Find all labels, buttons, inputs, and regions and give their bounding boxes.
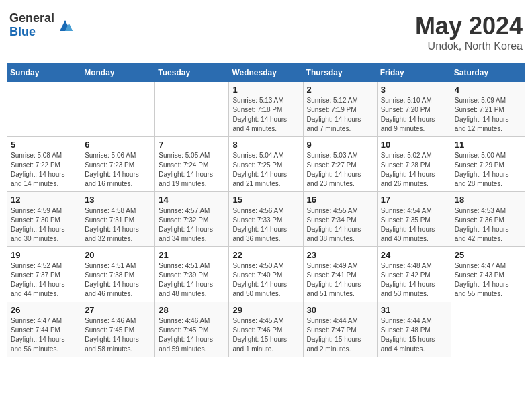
logo: General Blue: [9, 12, 73, 39]
day-number: 21: [159, 250, 225, 260]
calendar-cell: 18Sunrise: 4:53 AM Sunset: 7:36 PM Dayli…: [451, 192, 525, 247]
weekday-header-friday: Friday: [377, 64, 451, 82]
day-info: Sunrise: 4:55 AM Sunset: 7:34 PM Dayligh…: [307, 206, 373, 244]
day-info: Sunrise: 5:10 AM Sunset: 7:20 PM Dayligh…: [381, 96, 447, 134]
day-number: 16: [307, 195, 373, 205]
calendar-cell: 9Sunrise: 5:03 AM Sunset: 7:27 PM Daylig…: [303, 137, 377, 192]
day-number: 25: [455, 250, 521, 260]
calendar-cell: 25Sunrise: 4:47 AM Sunset: 7:43 PM Dayli…: [451, 247, 525, 302]
calendar-cell: [7, 82, 81, 137]
day-info: Sunrise: 5:02 AM Sunset: 7:28 PM Dayligh…: [381, 151, 447, 189]
weekday-header-sunday: Sunday: [7, 64, 81, 82]
day-info: Sunrise: 4:46 AM Sunset: 7:45 PM Dayligh…: [85, 316, 151, 354]
day-number: 17: [381, 195, 447, 205]
calendar-cell: 23Sunrise: 4:49 AM Sunset: 7:41 PM Dayli…: [303, 247, 377, 302]
weekday-header-row: SundayMondayTuesdayWednesdayThursdayFrid…: [7, 64, 525, 82]
day-number: 6: [85, 140, 151, 150]
calendar-cell: 1Sunrise: 5:13 AM Sunset: 7:18 PM Daylig…: [229, 82, 303, 137]
calendar-cell: 11Sunrise: 5:00 AM Sunset: 7:29 PM Dayli…: [451, 137, 525, 192]
calendar-cell: 16Sunrise: 4:55 AM Sunset: 7:34 PM Dayli…: [303, 192, 377, 247]
calendar-cell: 12Sunrise: 4:59 AM Sunset: 7:30 PM Dayli…: [7, 192, 81, 247]
calendar-cell: 26Sunrise: 4:47 AM Sunset: 7:44 PM Dayli…: [7, 302, 81, 357]
day-number: 10: [381, 140, 447, 150]
day-info: Sunrise: 4:51 AM Sunset: 7:38 PM Dayligh…: [85, 261, 151, 299]
day-number: 14: [159, 195, 225, 205]
day-info: Sunrise: 4:54 AM Sunset: 7:35 PM Dayligh…: [381, 206, 447, 244]
day-info: Sunrise: 4:51 AM Sunset: 7:39 PM Dayligh…: [159, 261, 225, 299]
day-number: 18: [455, 195, 521, 205]
calendar-cell: [451, 302, 525, 357]
calendar-cell: 24Sunrise: 4:48 AM Sunset: 7:42 PM Dayli…: [377, 247, 451, 302]
day-number: 26: [11, 305, 77, 315]
day-info: Sunrise: 4:53 AM Sunset: 7:36 PM Dayligh…: [455, 206, 521, 244]
day-number: 7: [159, 140, 225, 150]
day-info: Sunrise: 5:12 AM Sunset: 7:19 PM Dayligh…: [307, 96, 373, 134]
calendar-cell: 3Sunrise: 5:10 AM Sunset: 7:20 PM Daylig…: [377, 82, 451, 137]
calendar-cell: 19Sunrise: 4:52 AM Sunset: 7:37 PM Dayli…: [7, 247, 81, 302]
calendar-cell: 21Sunrise: 4:51 AM Sunset: 7:39 PM Dayli…: [155, 247, 229, 302]
day-number: 4: [455, 85, 521, 95]
calendar-cell: 15Sunrise: 4:56 AM Sunset: 7:33 PM Dayli…: [229, 192, 303, 247]
day-info: Sunrise: 4:44 AM Sunset: 7:47 PM Dayligh…: [307, 316, 373, 354]
calendar-cell: 8Sunrise: 5:04 AM Sunset: 7:25 PM Daylig…: [229, 137, 303, 192]
logo-blue-text: Blue: [9, 26, 54, 39]
calendar-cell: 5Sunrise: 5:08 AM Sunset: 7:22 PM Daylig…: [7, 137, 81, 192]
calendar-cell: [81, 82, 155, 137]
weekday-header-monday: Monday: [81, 64, 155, 82]
day-info: Sunrise: 4:44 AM Sunset: 7:48 PM Dayligh…: [381, 316, 447, 354]
day-number: 8: [232, 140, 299, 150]
week-row-5: 26Sunrise: 4:47 AM Sunset: 7:44 PM Dayli…: [7, 302, 525, 357]
location-subtitle: Undok, North Korea: [415, 40, 523, 52]
logo-icon: [57, 17, 73, 34]
day-number: 23: [307, 250, 373, 260]
day-number: 22: [232, 250, 299, 260]
day-number: 1: [232, 85, 299, 95]
day-info: Sunrise: 4:56 AM Sunset: 7:33 PM Dayligh…: [232, 206, 299, 244]
day-info: Sunrise: 5:13 AM Sunset: 7:18 PM Dayligh…: [232, 96, 299, 134]
day-number: 30: [307, 305, 373, 315]
day-number: 20: [85, 250, 151, 260]
logo-general-text: General: [9, 12, 54, 26]
day-number: 28: [159, 305, 225, 315]
day-info: Sunrise: 4:49 AM Sunset: 7:41 PM Dayligh…: [307, 261, 373, 299]
calendar-cell: 17Sunrise: 4:54 AM Sunset: 7:35 PM Dayli…: [377, 192, 451, 247]
day-info: Sunrise: 5:08 AM Sunset: 7:22 PM Dayligh…: [11, 151, 77, 189]
day-info: Sunrise: 4:57 AM Sunset: 7:32 PM Dayligh…: [159, 206, 225, 244]
weekday-header-wednesday: Wednesday: [229, 64, 303, 82]
week-row-2: 5Sunrise: 5:08 AM Sunset: 7:22 PM Daylig…: [7, 137, 525, 192]
week-row-4: 19Sunrise: 4:52 AM Sunset: 7:37 PM Dayli…: [7, 247, 525, 302]
calendar-cell: [155, 82, 229, 137]
day-info: Sunrise: 4:48 AM Sunset: 7:42 PM Dayligh…: [381, 261, 447, 299]
calendar-cell: 6Sunrise: 5:06 AM Sunset: 7:23 PM Daylig…: [81, 137, 155, 192]
title-block: May 2024 Undok, North Korea: [415, 12, 523, 52]
calendar-cell: 29Sunrise: 4:45 AM Sunset: 7:46 PM Dayli…: [229, 302, 303, 357]
day-info: Sunrise: 5:09 AM Sunset: 7:21 PM Dayligh…: [455, 96, 521, 134]
day-info: Sunrise: 4:47 AM Sunset: 7:44 PM Dayligh…: [11, 316, 77, 354]
day-number: 13: [85, 195, 151, 205]
calendar-cell: 27Sunrise: 4:46 AM Sunset: 7:45 PM Dayli…: [81, 302, 155, 357]
day-number: 24: [381, 250, 447, 260]
day-number: 9: [307, 140, 373, 150]
calendar-cell: 30Sunrise: 4:44 AM Sunset: 7:47 PM Dayli…: [303, 302, 377, 357]
day-info: Sunrise: 4:58 AM Sunset: 7:31 PM Dayligh…: [85, 206, 151, 244]
day-info: Sunrise: 4:46 AM Sunset: 7:45 PM Dayligh…: [159, 316, 225, 354]
day-number: 5: [11, 140, 77, 150]
calendar-cell: 22Sunrise: 4:50 AM Sunset: 7:40 PM Dayli…: [229, 247, 303, 302]
page-header: General Blue May 2024 Undok, North Korea: [7, 7, 525, 58]
day-number: 15: [232, 195, 299, 205]
calendar-cell: 7Sunrise: 5:05 AM Sunset: 7:24 PM Daylig…: [155, 137, 229, 192]
month-title: May 2024: [415, 12, 523, 40]
calendar-cell: 14Sunrise: 4:57 AM Sunset: 7:32 PM Dayli…: [155, 192, 229, 247]
weekday-header-saturday: Saturday: [451, 64, 525, 82]
day-number: 2: [307, 85, 373, 95]
day-number: 11: [455, 140, 521, 150]
day-info: Sunrise: 5:05 AM Sunset: 7:24 PM Dayligh…: [159, 151, 225, 189]
calendar-cell: 28Sunrise: 4:46 AM Sunset: 7:45 PM Dayli…: [155, 302, 229, 357]
week-row-1: 1Sunrise: 5:13 AM Sunset: 7:18 PM Daylig…: [7, 82, 525, 137]
day-info: Sunrise: 5:06 AM Sunset: 7:23 PM Dayligh…: [85, 151, 151, 189]
weekday-header-tuesday: Tuesday: [155, 64, 229, 82]
calendar-cell: 31Sunrise: 4:44 AM Sunset: 7:48 PM Dayli…: [377, 302, 451, 357]
day-info: Sunrise: 4:45 AM Sunset: 7:46 PM Dayligh…: [232, 316, 299, 354]
day-info: Sunrise: 4:50 AM Sunset: 7:40 PM Dayligh…: [232, 261, 299, 299]
calendar-table: SundayMondayTuesdayWednesdayThursdayFrid…: [7, 63, 525, 357]
